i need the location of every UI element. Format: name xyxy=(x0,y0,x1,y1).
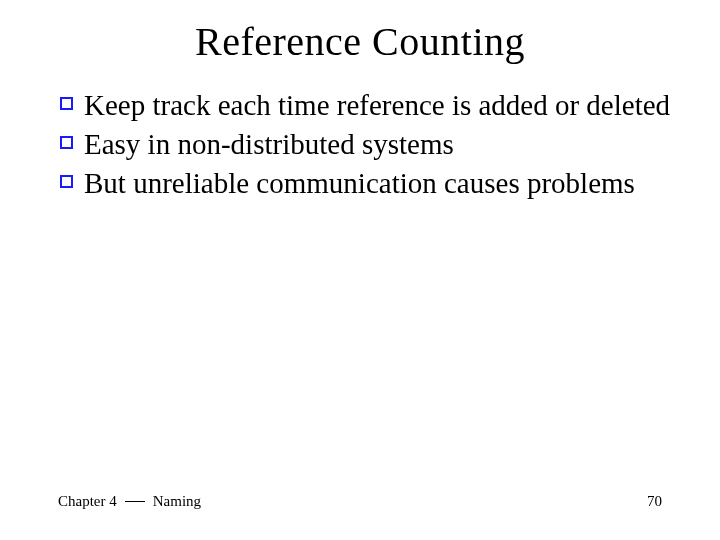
list-item: But unreliable communication causes prob… xyxy=(60,165,676,202)
square-bullet-icon xyxy=(60,97,73,110)
slide-title: Reference Counting xyxy=(44,18,676,65)
slide: Reference Counting Keep track each time … xyxy=(0,0,720,540)
list-item: Keep track each time reference is added … xyxy=(60,87,676,124)
slide-footer: Chapter 4 Naming 70 xyxy=(58,493,662,510)
bullet-text: Easy in non-distributed systems xyxy=(84,128,454,160)
footer-chapter: Chapter 4 Naming xyxy=(58,493,201,510)
page-number: 70 xyxy=(647,493,662,510)
square-bullet-icon xyxy=(60,136,73,149)
chapter-name: Naming xyxy=(153,493,201,510)
square-bullet-icon xyxy=(60,175,73,188)
bullet-list: Keep track each time reference is added … xyxy=(44,87,676,202)
bullet-text: But unreliable communication causes prob… xyxy=(84,167,635,199)
list-item: Easy in non-distributed systems xyxy=(60,126,676,163)
emdash-icon xyxy=(125,501,145,502)
bullet-text: Keep track each time reference is added … xyxy=(84,89,670,121)
chapter-prefix: Chapter 4 xyxy=(58,493,117,510)
